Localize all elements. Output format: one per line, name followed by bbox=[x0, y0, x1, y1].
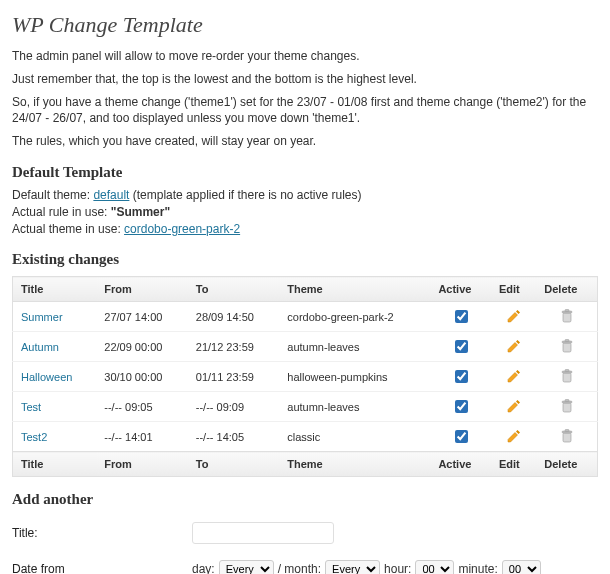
row-theme: autumn-leaves bbox=[279, 332, 430, 362]
existing-changes-heading: Existing changes bbox=[12, 251, 598, 268]
row-from: --/-- 09:05 bbox=[96, 392, 188, 422]
default-theme-suffix: (template applied if there is no active … bbox=[133, 188, 362, 202]
row-theme: classic bbox=[279, 422, 430, 452]
svg-rect-6 bbox=[563, 373, 571, 382]
existing-changes-table: Title From To Theme Active Edit Delete S… bbox=[12, 276, 598, 477]
table-row: Test--/-- 09:05--/-- 09:09autumn-leaves bbox=[13, 392, 598, 422]
col-footer-from: From bbox=[96, 452, 188, 477]
date-from-label: Date from bbox=[12, 562, 192, 574]
row-theme: cordobo-green-park-2 bbox=[279, 302, 430, 332]
col-header-from: From bbox=[96, 277, 188, 302]
trash-icon[interactable] bbox=[559, 368, 575, 384]
col-header-title: Title bbox=[13, 277, 97, 302]
intro-line-2: Just remember that, the top is the lowes… bbox=[12, 71, 598, 88]
default-template-heading: Default Template bbox=[12, 164, 598, 181]
row-to: --/-- 14:05 bbox=[188, 422, 280, 452]
actual-rule-label: Actual rule in use: bbox=[12, 205, 111, 219]
month-label: / month: bbox=[278, 562, 321, 574]
svg-rect-2 bbox=[565, 309, 569, 311]
intro-line-3: So, if you have a theme change ('theme1'… bbox=[12, 94, 598, 128]
row-from: --/-- 14:01 bbox=[96, 422, 188, 452]
col-footer-active: Active bbox=[430, 452, 491, 477]
col-header-delete: Delete bbox=[536, 277, 597, 302]
row-from: 27/07 14:00 bbox=[96, 302, 188, 332]
pencil-icon[interactable] bbox=[506, 368, 522, 384]
trash-icon[interactable] bbox=[559, 308, 575, 324]
row-active-checkbox[interactable] bbox=[455, 310, 468, 323]
row-title-link[interactable]: Autumn bbox=[21, 341, 59, 353]
row-active-checkbox[interactable] bbox=[455, 340, 468, 353]
row-theme: halloween-pumpkins bbox=[279, 362, 430, 392]
svg-rect-3 bbox=[563, 343, 571, 352]
date-from-minute-select[interactable]: 00 bbox=[502, 560, 541, 574]
page-title: WP Change Template bbox=[12, 12, 598, 38]
trash-icon[interactable] bbox=[559, 398, 575, 414]
col-footer-edit: Edit bbox=[491, 452, 536, 477]
actual-rule-value: "Summer" bbox=[111, 205, 170, 219]
title-input[interactable] bbox=[192, 522, 334, 544]
table-row: Halloween30/10 00:0001/11 23:59halloween… bbox=[13, 362, 598, 392]
col-footer-delete: Delete bbox=[536, 452, 597, 477]
hour-label: hour: bbox=[384, 562, 411, 574]
row-title-link[interactable]: Summer bbox=[21, 311, 63, 323]
table-row: Autumn22/09 00:0021/12 23:59autumn-leave… bbox=[13, 332, 598, 362]
svg-rect-5 bbox=[565, 339, 569, 341]
title-label: Title: bbox=[12, 526, 192, 540]
col-header-theme: Theme bbox=[279, 277, 430, 302]
row-active-checkbox[interactable] bbox=[455, 430, 468, 443]
pencil-icon[interactable] bbox=[506, 428, 522, 444]
row-theme: autumn-leaves bbox=[279, 392, 430, 422]
col-header-edit: Edit bbox=[491, 277, 536, 302]
col-header-active: Active bbox=[430, 277, 491, 302]
row-active-checkbox[interactable] bbox=[455, 400, 468, 413]
row-active-checkbox[interactable] bbox=[455, 370, 468, 383]
intro-line-4: The rules, which you have created, will … bbox=[12, 133, 598, 150]
actual-theme-link[interactable]: cordobo-green-park-2 bbox=[124, 222, 240, 236]
add-another-heading: Add another bbox=[12, 491, 598, 508]
date-from-day-select[interactable]: Every bbox=[219, 560, 274, 574]
col-footer-to: To bbox=[188, 452, 280, 477]
date-from-hour-select[interactable]: 00 bbox=[415, 560, 454, 574]
row-title-link[interactable]: Test bbox=[21, 401, 41, 413]
pencil-icon[interactable] bbox=[506, 308, 522, 324]
svg-rect-0 bbox=[563, 313, 571, 322]
svg-rect-11 bbox=[565, 399, 569, 401]
default-theme-label: Default theme: bbox=[12, 188, 93, 202]
pencil-icon[interactable] bbox=[506, 338, 522, 354]
day-label: day: bbox=[192, 562, 215, 574]
svg-rect-12 bbox=[563, 433, 571, 442]
date-from-month-select[interactable]: Every bbox=[325, 560, 380, 574]
actual-theme-label: Actual theme in use: bbox=[12, 222, 124, 236]
row-to: --/-- 09:09 bbox=[188, 392, 280, 422]
trash-icon[interactable] bbox=[559, 428, 575, 444]
row-title-link[interactable]: Halloween bbox=[21, 371, 72, 383]
default-theme-line: Default theme: default (template applied… bbox=[12, 187, 598, 237]
table-row: Summer27/07 14:0028/09 14:50cordobo-gree… bbox=[13, 302, 598, 332]
default-theme-link[interactable]: default bbox=[93, 188, 129, 202]
col-footer-theme: Theme bbox=[279, 452, 430, 477]
col-header-to: To bbox=[188, 277, 280, 302]
col-footer-title: Title bbox=[13, 452, 97, 477]
row-title-link[interactable]: Test2 bbox=[21, 431, 47, 443]
trash-icon[interactable] bbox=[559, 338, 575, 354]
table-row: Test2--/-- 14:01--/-- 14:05classic bbox=[13, 422, 598, 452]
svg-rect-8 bbox=[565, 369, 569, 371]
row-from: 22/09 00:00 bbox=[96, 332, 188, 362]
row-to: 01/11 23:59 bbox=[188, 362, 280, 392]
intro-line-1: The admin panel will allow to move re-or… bbox=[12, 48, 598, 65]
svg-rect-14 bbox=[565, 429, 569, 431]
svg-rect-9 bbox=[563, 403, 571, 412]
pencil-icon[interactable] bbox=[506, 398, 522, 414]
row-to: 21/12 23:59 bbox=[188, 332, 280, 362]
row-to: 28/09 14:50 bbox=[188, 302, 280, 332]
minute-label: minute: bbox=[458, 562, 497, 574]
row-from: 30/10 00:00 bbox=[96, 362, 188, 392]
